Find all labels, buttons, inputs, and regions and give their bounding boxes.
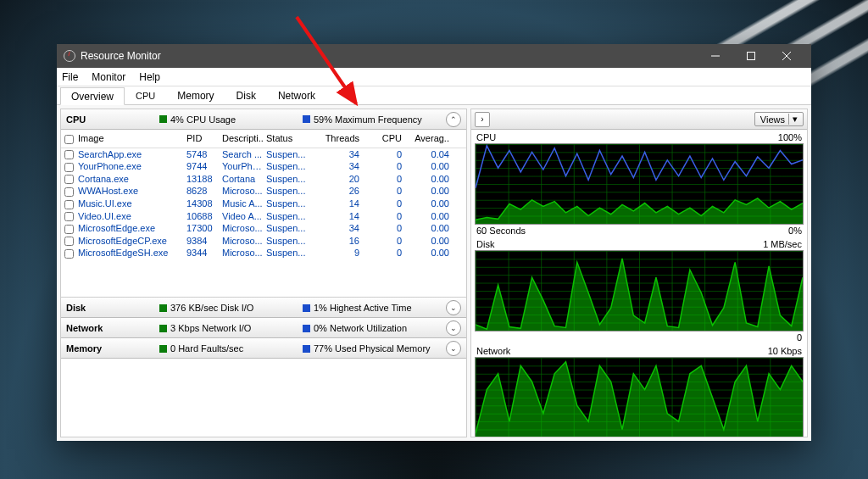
- disk-section-header[interactable]: Disk 376 KB/sec Disk I/O 1% Highest Acti…: [61, 298, 466, 318]
- col-status[interactable]: Status: [264, 133, 310, 144]
- cell-desc: Cortana: [220, 174, 264, 185]
- svg-marker-5: [476, 198, 803, 224]
- cell-pid: 10688: [185, 211, 220, 222]
- col-desc[interactable]: Descripti..: [220, 133, 264, 144]
- cell-cpu: 0: [361, 161, 403, 172]
- disk-io-swatch: [159, 304, 167, 312]
- row-checkbox[interactable]: [64, 175, 74, 184]
- table-row[interactable]: MicrosoftEdgeSH.exe9344Microso...Suspen.…: [61, 247, 466, 259]
- tab-cpu[interactable]: CPU: [125, 86, 166, 104]
- cpu-section-header[interactable]: CPU 4% CPU Usage 59% Maximum Frequency ⌃: [61, 109, 466, 130]
- app-icon: [64, 50, 75, 62]
- mem-used-label: 77% Used Physical Memory: [314, 343, 431, 354]
- left-panel-empty: [61, 359, 466, 437]
- tab-overview[interactable]: Overview: [60, 87, 125, 105]
- close-button[interactable]: [769, 44, 804, 68]
- cell-image: Cortana.exe: [76, 174, 185, 185]
- memory-expand-button[interactable]: ⌄: [446, 341, 461, 356]
- cell-threads: 34: [310, 149, 361, 160]
- network-expand-button[interactable]: ⌄: [446, 320, 461, 336]
- cpu-section-title: CPU: [66, 114, 159, 125]
- select-all-checkbox[interactable]: [64, 135, 74, 144]
- cell-threads: 34: [310, 223, 361, 234]
- table-row[interactable]: MicrosoftEdgeCP.exe9384Microso...Suspen.…: [61, 235, 466, 248]
- row-checkbox[interactable]: [64, 187, 74, 197]
- cell-cpu: 0: [361, 149, 403, 160]
- minimize-button[interactable]: [698, 44, 733, 68]
- row-checkbox[interactable]: [64, 163, 74, 172]
- table-row[interactable]: SearchApp.exe5748Search ...Suspen...3400…: [61, 148, 466, 161]
- cell-threads: 34: [310, 161, 361, 172]
- cell-avg: 0.00: [403, 174, 451, 185]
- cell-avg: 0.00: [403, 198, 451, 209]
- row-checkbox[interactable]: [64, 200, 74, 209]
- tab-disk[interactable]: Disk: [225, 86, 267, 104]
- tab-memory[interactable]: Memory: [166, 86, 225, 104]
- cell-status: Suspen...: [264, 174, 310, 185]
- menu-monitor[interactable]: Monitor: [92, 71, 125, 83]
- col-cpu[interactable]: CPU: [361, 133, 403, 144]
- table-row[interactable]: YourPhone.exe9744YourPho...Suspen...3400…: [61, 160, 466, 173]
- titlebar[interactable]: Resource Monitor: [57, 44, 811, 68]
- chart-network: Network10 Kbps: [475, 345, 804, 437]
- row-checkbox[interactable]: [64, 212, 74, 221]
- menu-file[interactable]: File: [62, 71, 78, 83]
- table-row[interactable]: MicrosoftEdge.exe17300Microso...Suspen..…: [61, 222, 466, 235]
- col-avg[interactable]: Averag..: [403, 133, 451, 144]
- net-util-swatch: [303, 325, 310, 332]
- cell-avg: 0.00: [403, 161, 451, 172]
- disk-expand-button[interactable]: ⌄: [446, 300, 461, 315]
- cell-status: Suspen...: [264, 161, 310, 172]
- cell-desc: Video A...: [220, 211, 264, 222]
- cell-image: MicrosoftEdge.exe: [76, 223, 185, 234]
- cell-image: Video.UI.exe: [76, 211, 185, 222]
- cell-image: SearchApp.exe: [76, 149, 185, 160]
- disk-active-label: 1% Highest Active Time: [314, 303, 412, 313]
- col-threads[interactable]: Threads: [310, 133, 361, 144]
- network-section-header[interactable]: Network 3 Kbps Network I/O 0% Network Ut…: [61, 318, 466, 338]
- table-row[interactable]: Video.UI.exe10688Video A...Suspen...1400…: [61, 210, 466, 223]
- cell-threads: 9: [310, 248, 361, 259]
- row-checkbox[interactable]: [64, 249, 74, 259]
- maximize-button[interactable]: [733, 44, 769, 68]
- cell-status: Suspen...: [264, 211, 310, 222]
- svg-line-0: [297, 17, 356, 103]
- mem-faults-label: 0 Hard Faults/sec: [170, 343, 243, 354]
- cell-desc: Music A...: [220, 198, 264, 209]
- charts-container[interactable]: CPU100% 60 Seconds0% Disk1 MB/sec 0: [471, 130, 807, 437]
- cell-threads: 26: [310, 186, 361, 197]
- memory-section-header[interactable]: Memory 0 Hard Faults/sec 77% Used Physic…: [61, 338, 466, 359]
- cell-pid: 9744: [185, 161, 220, 172]
- chart-disk-min: 0: [797, 332, 802, 343]
- table-row[interactable]: Cortana.exe13188CortanaSuspen...2000.00: [61, 173, 466, 186]
- cell-pid: 9344: [185, 248, 220, 259]
- cell-pid: 5748: [185, 149, 220, 160]
- menu-help[interactable]: Help: [139, 71, 160, 83]
- table-header-row: Image PID Descripti.. Status Threads CPU…: [61, 130, 466, 148]
- col-pid[interactable]: PID: [185, 133, 220, 144]
- views-dropdown[interactable]: Views▾: [754, 112, 804, 126]
- row-checkbox[interactable]: [64, 237, 74, 246]
- cell-status: Suspen...: [264, 223, 310, 234]
- cell-pid: 14308: [185, 198, 220, 209]
- table-row[interactable]: WWAHost.exe8628Microso...Suspen...2600.0…: [61, 185, 466, 198]
- cell-image: YourPhone.exe: [76, 161, 185, 172]
- chart-network-max: 10 Kbps: [768, 346, 802, 356]
- network-section-title: Network: [66, 323, 159, 333]
- col-image[interactable]: Image: [76, 133, 185, 144]
- cell-status: Suspen...: [264, 248, 310, 259]
- row-checkbox[interactable]: [64, 225, 74, 234]
- collapse-charts-button[interactable]: ›: [475, 112, 490, 127]
- row-checkbox[interactable]: [64, 150, 74, 159]
- cpu-collapse-button[interactable]: ⌃: [446, 112, 461, 127]
- cpu-usage-swatch: [159, 115, 167, 123]
- cpu-usage-label: 4% CPU Usage: [170, 114, 236, 125]
- chart-cpu-surface: [475, 143, 804, 225]
- chart-cpu-xlabel: 60 Seconds: [476, 226, 526, 236]
- table-row[interactable]: Music.UI.exe14308Music A...Suspen...1400…: [61, 198, 466, 210]
- process-table: Image PID Descripti.. Status Threads CPU…: [61, 130, 466, 297]
- right-toolbar: › Views▾: [471, 109, 807, 130]
- chart-cpu-title: CPU: [476, 132, 496, 142]
- cell-avg: 0.00: [403, 186, 451, 197]
- cell-threads: 14: [310, 198, 361, 209]
